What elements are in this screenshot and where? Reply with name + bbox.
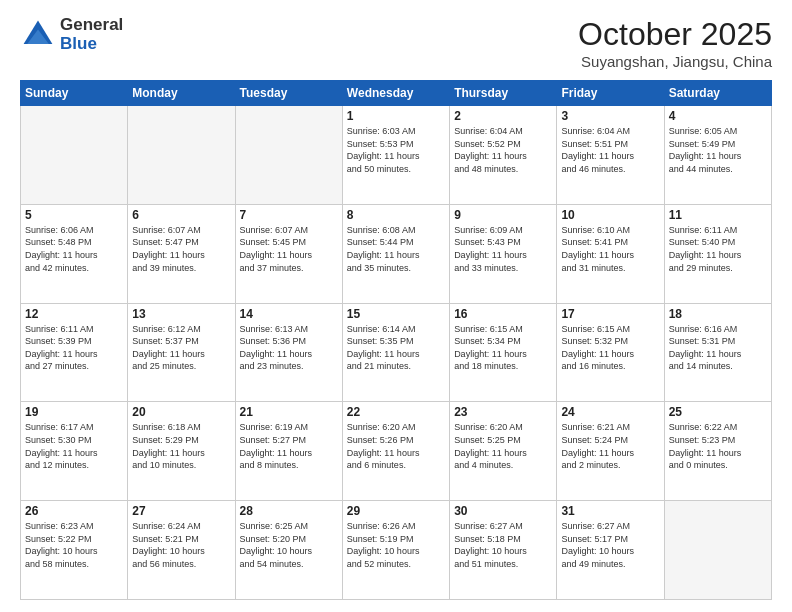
calendar-day-29: 29Sunrise: 6:26 AM Sunset: 5:19 PM Dayli…	[342, 501, 449, 600]
day-number: 15	[347, 307, 445, 321]
day-info: Sunrise: 6:08 AM Sunset: 5:44 PM Dayligh…	[347, 224, 445, 274]
day-number: 24	[561, 405, 659, 419]
day-number: 11	[669, 208, 767, 222]
calendar-day-17: 17Sunrise: 6:15 AM Sunset: 5:32 PM Dayli…	[557, 303, 664, 402]
day-info: Sunrise: 6:15 AM Sunset: 5:34 PM Dayligh…	[454, 323, 552, 373]
calendar-day-11: 11Sunrise: 6:11 AM Sunset: 5:40 PM Dayli…	[664, 204, 771, 303]
calendar-day-14: 14Sunrise: 6:13 AM Sunset: 5:36 PM Dayli…	[235, 303, 342, 402]
day-number: 12	[25, 307, 123, 321]
day-number: 8	[347, 208, 445, 222]
calendar-day-empty	[664, 501, 771, 600]
day-info: Sunrise: 6:07 AM Sunset: 5:47 PM Dayligh…	[132, 224, 230, 274]
day-number: 4	[669, 109, 767, 123]
logo-general-text: General	[60, 16, 123, 35]
calendar-day-21: 21Sunrise: 6:19 AM Sunset: 5:27 PM Dayli…	[235, 402, 342, 501]
day-info: Sunrise: 6:14 AM Sunset: 5:35 PM Dayligh…	[347, 323, 445, 373]
day-info: Sunrise: 6:03 AM Sunset: 5:53 PM Dayligh…	[347, 125, 445, 175]
day-info: Sunrise: 6:23 AM Sunset: 5:22 PM Dayligh…	[25, 520, 123, 570]
day-number: 25	[669, 405, 767, 419]
day-info: Sunrise: 6:11 AM Sunset: 5:40 PM Dayligh…	[669, 224, 767, 274]
day-number: 14	[240, 307, 338, 321]
calendar-day-28: 28Sunrise: 6:25 AM Sunset: 5:20 PM Dayli…	[235, 501, 342, 600]
day-info: Sunrise: 6:27 AM Sunset: 5:17 PM Dayligh…	[561, 520, 659, 570]
calendar-week-row: 1Sunrise: 6:03 AM Sunset: 5:53 PM Daylig…	[21, 106, 772, 205]
day-info: Sunrise: 6:10 AM Sunset: 5:41 PM Dayligh…	[561, 224, 659, 274]
calendar-day-24: 24Sunrise: 6:21 AM Sunset: 5:24 PM Dayli…	[557, 402, 664, 501]
day-number: 19	[25, 405, 123, 419]
weekday-header-thursday: Thursday	[450, 81, 557, 106]
calendar-day-5: 5Sunrise: 6:06 AM Sunset: 5:48 PM Daylig…	[21, 204, 128, 303]
day-info: Sunrise: 6:07 AM Sunset: 5:45 PM Dayligh…	[240, 224, 338, 274]
day-number: 22	[347, 405, 445, 419]
day-number: 1	[347, 109, 445, 123]
day-info: Sunrise: 6:25 AM Sunset: 5:20 PM Dayligh…	[240, 520, 338, 570]
calendar-day-empty	[235, 106, 342, 205]
day-info: Sunrise: 6:18 AM Sunset: 5:29 PM Dayligh…	[132, 421, 230, 471]
calendar-day-9: 9Sunrise: 6:09 AM Sunset: 5:43 PM Daylig…	[450, 204, 557, 303]
calendar-day-23: 23Sunrise: 6:20 AM Sunset: 5:25 PM Dayli…	[450, 402, 557, 501]
day-info: Sunrise: 6:04 AM Sunset: 5:51 PM Dayligh…	[561, 125, 659, 175]
location-title: Suyangshan, Jiangsu, China	[578, 53, 772, 70]
weekday-header-wednesday: Wednesday	[342, 81, 449, 106]
day-info: Sunrise: 6:15 AM Sunset: 5:32 PM Dayligh…	[561, 323, 659, 373]
day-info: Sunrise: 6:05 AM Sunset: 5:49 PM Dayligh…	[669, 125, 767, 175]
day-info: Sunrise: 6:06 AM Sunset: 5:48 PM Dayligh…	[25, 224, 123, 274]
day-number: 27	[132, 504, 230, 518]
day-info: Sunrise: 6:27 AM Sunset: 5:18 PM Dayligh…	[454, 520, 552, 570]
day-info: Sunrise: 6:17 AM Sunset: 5:30 PM Dayligh…	[25, 421, 123, 471]
day-number: 2	[454, 109, 552, 123]
page: General Blue October 2025 Suyangshan, Ji…	[0, 0, 792, 612]
calendar-week-row: 5Sunrise: 6:06 AM Sunset: 5:48 PM Daylig…	[21, 204, 772, 303]
weekday-header-tuesday: Tuesday	[235, 81, 342, 106]
day-info: Sunrise: 6:13 AM Sunset: 5:36 PM Dayligh…	[240, 323, 338, 373]
day-number: 10	[561, 208, 659, 222]
calendar-day-empty	[21, 106, 128, 205]
calendar-day-10: 10Sunrise: 6:10 AM Sunset: 5:41 PM Dayli…	[557, 204, 664, 303]
day-number: 28	[240, 504, 338, 518]
day-number: 6	[132, 208, 230, 222]
calendar-day-25: 25Sunrise: 6:22 AM Sunset: 5:23 PM Dayli…	[664, 402, 771, 501]
day-info: Sunrise: 6:21 AM Sunset: 5:24 PM Dayligh…	[561, 421, 659, 471]
weekday-header-saturday: Saturday	[664, 81, 771, 106]
day-number: 20	[132, 405, 230, 419]
calendar-week-row: 12Sunrise: 6:11 AM Sunset: 5:39 PM Dayli…	[21, 303, 772, 402]
calendar-day-18: 18Sunrise: 6:16 AM Sunset: 5:31 PM Dayli…	[664, 303, 771, 402]
day-number: 16	[454, 307, 552, 321]
calendar-day-3: 3Sunrise: 6:04 AM Sunset: 5:51 PM Daylig…	[557, 106, 664, 205]
day-number: 18	[669, 307, 767, 321]
day-number: 13	[132, 307, 230, 321]
day-number: 29	[347, 504, 445, 518]
day-info: Sunrise: 6:19 AM Sunset: 5:27 PM Dayligh…	[240, 421, 338, 471]
day-info: Sunrise: 6:12 AM Sunset: 5:37 PM Dayligh…	[132, 323, 230, 373]
calendar-day-22: 22Sunrise: 6:20 AM Sunset: 5:26 PM Dayli…	[342, 402, 449, 501]
calendar-day-31: 31Sunrise: 6:27 AM Sunset: 5:17 PM Dayli…	[557, 501, 664, 600]
calendar-day-empty	[128, 106, 235, 205]
day-number: 5	[25, 208, 123, 222]
logo-icon	[20, 17, 56, 53]
day-info: Sunrise: 6:20 AM Sunset: 5:25 PM Dayligh…	[454, 421, 552, 471]
calendar-day-4: 4Sunrise: 6:05 AM Sunset: 5:49 PM Daylig…	[664, 106, 771, 205]
month-title: October 2025	[578, 16, 772, 53]
calendar-day-19: 19Sunrise: 6:17 AM Sunset: 5:30 PM Dayli…	[21, 402, 128, 501]
day-number: 7	[240, 208, 338, 222]
title-block: October 2025 Suyangshan, Jiangsu, China	[578, 16, 772, 70]
calendar-day-8: 8Sunrise: 6:08 AM Sunset: 5:44 PM Daylig…	[342, 204, 449, 303]
calendar-day-1: 1Sunrise: 6:03 AM Sunset: 5:53 PM Daylig…	[342, 106, 449, 205]
header: General Blue October 2025 Suyangshan, Ji…	[20, 16, 772, 70]
logo: General Blue	[20, 16, 123, 53]
calendar-day-2: 2Sunrise: 6:04 AM Sunset: 5:52 PM Daylig…	[450, 106, 557, 205]
calendar-day-6: 6Sunrise: 6:07 AM Sunset: 5:47 PM Daylig…	[128, 204, 235, 303]
day-number: 26	[25, 504, 123, 518]
day-info: Sunrise: 6:24 AM Sunset: 5:21 PM Dayligh…	[132, 520, 230, 570]
calendar-day-15: 15Sunrise: 6:14 AM Sunset: 5:35 PM Dayli…	[342, 303, 449, 402]
calendar-day-7: 7Sunrise: 6:07 AM Sunset: 5:45 PM Daylig…	[235, 204, 342, 303]
calendar-day-27: 27Sunrise: 6:24 AM Sunset: 5:21 PM Dayli…	[128, 501, 235, 600]
calendar-day-13: 13Sunrise: 6:12 AM Sunset: 5:37 PM Dayli…	[128, 303, 235, 402]
day-info: Sunrise: 6:04 AM Sunset: 5:52 PM Dayligh…	[454, 125, 552, 175]
calendar-day-30: 30Sunrise: 6:27 AM Sunset: 5:18 PM Dayli…	[450, 501, 557, 600]
calendar-day-16: 16Sunrise: 6:15 AM Sunset: 5:34 PM Dayli…	[450, 303, 557, 402]
day-number: 23	[454, 405, 552, 419]
day-info: Sunrise: 6:16 AM Sunset: 5:31 PM Dayligh…	[669, 323, 767, 373]
logo-blue-text: Blue	[60, 35, 123, 54]
day-number: 3	[561, 109, 659, 123]
